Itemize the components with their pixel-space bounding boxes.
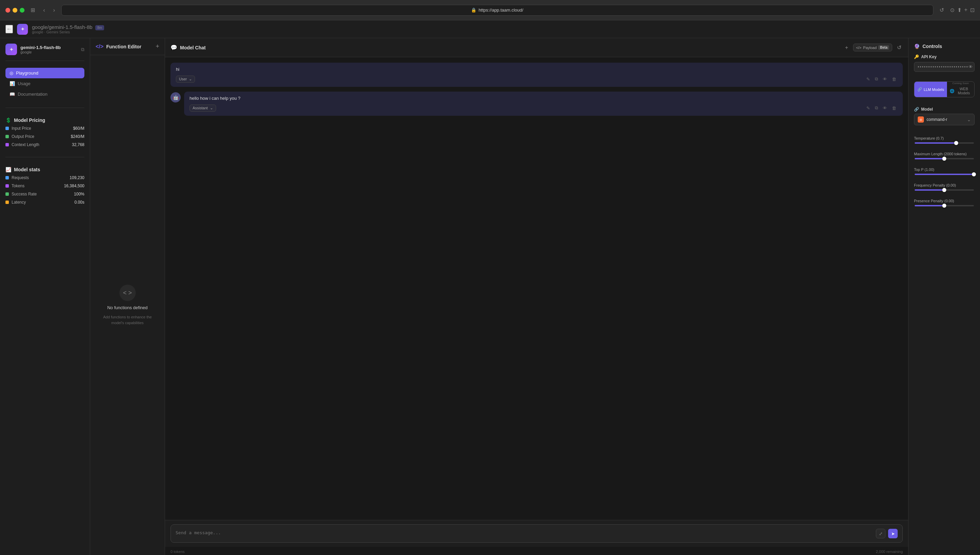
web-models-toggle[interactable]: 🌐 WEB Models [947, 85, 974, 97]
chat-input[interactable] [176, 530, 873, 538]
max-length-slider-section: Maximum Length (2000 tokens) [914, 152, 975, 159]
frequency-penalty-label: Frequency Penalty (0.00) [914, 183, 975, 187]
chat-footer-info: 0 tokens 2,000 remaining [165, 547, 908, 555]
payload-label: Payload [863, 46, 877, 50]
left-sidebar: ✦ gemini-1.5-flash-8b google ⧉ ◎ Playgro… [0, 38, 90, 555]
add-function-button[interactable]: + [155, 43, 159, 50]
top-p-fill [914, 174, 974, 175]
docs-icon: 📖 [10, 91, 15, 97]
controls-title: 🔮 Controls [914, 43, 975, 49]
copy-assistant-message-button[interactable]: ⧉ [874, 104, 879, 112]
controls-panel: 🔮 Controls 🔑 API Key •••••••••••••••••••… [908, 38, 980, 555]
usage-label: Usage [18, 81, 30, 86]
presence-penalty-slider[interactable] [914, 205, 974, 206]
chat-add-button[interactable]: + [844, 43, 849, 52]
sidebar-item-playground[interactable]: ◎ Playground [5, 68, 85, 78]
new-tab-icon[interactable]: + [964, 7, 967, 13]
main-layout: ✦ gemini-1.5-flash-8b google ⧉ ◎ Playgro… [0, 38, 980, 555]
reload-button[interactable]: ↺ [937, 5, 946, 14]
top-p-thumb[interactable] [972, 172, 976, 176]
minimize-button[interactable] [13, 8, 18, 13]
context-dot [5, 143, 9, 146]
chat-icon: 💬 [171, 44, 177, 51]
web-icon: 🌐 [950, 89, 954, 93]
code-icon: </> [96, 43, 104, 50]
requests-row: Requests 109,230 [5, 174, 85, 182]
payload-button[interactable]: </> Payload Beta [853, 43, 892, 51]
temperature-slider-section: Temperature (0.7) [914, 136, 975, 144]
llm-models-toggle[interactable]: 🔗 LLM Models [914, 82, 947, 97]
model-provider-label: google [21, 50, 61, 54]
sidebar-item-documentation[interactable]: 📖 Documentation [5, 89, 85, 99]
browser-chrome: ⊞ ‹ › 🔒 https://app.taam.cloud/ ↺ ⊙ ⬆ + … [0, 0, 980, 21]
back-app-button[interactable]: ← [5, 25, 13, 34]
context-value: 32,768 [72, 142, 85, 147]
close-button[interactable] [5, 8, 10, 13]
empty-code-icon: < > [120, 285, 136, 301]
presence-penalty-thumb[interactable] [942, 204, 946, 208]
model-toggle: 🔗 LLM Models Coming Soon 🌐 WEB Models [914, 81, 975, 97]
temperature-slider[interactable] [914, 142, 974, 144]
user-message-footer: User ⌄ ✎ ⧉ 👁 🗑 [176, 75, 897, 83]
max-length-slider[interactable] [914, 158, 974, 159]
model-name-text: gemini-1.5-flash-8b [49, 24, 92, 30]
api-key-input-row: •••••••••••••••••••••••• 👁 [914, 62, 975, 72]
delete-user-message-button[interactable]: 🗑 [891, 75, 897, 83]
download-icon[interactable]: ⊙ [950, 7, 954, 13]
model-selected-value: ⊕ command-r [918, 116, 947, 123]
copy-model-button[interactable]: ⧉ [81, 47, 85, 53]
share-icon[interactable]: ⬆ [957, 7, 962, 13]
toggle-api-key-visibility-button[interactable]: 👁 [969, 64, 973, 69]
copy-user-message-button[interactable]: ⧉ [874, 75, 879, 83]
back-browser-button[interactable]: ‹ [41, 6, 47, 14]
tokens-used-label: 0 tokens [171, 550, 185, 553]
app-logo: ✦ [17, 24, 28, 35]
user-role-text: User [179, 77, 187, 81]
payload-icon: </> [856, 46, 862, 50]
presence-penalty-fill [914, 205, 944, 206]
edit-assistant-message-button[interactable]: ✎ [865, 104, 871, 112]
success-dot [5, 192, 9, 196]
tabs-icon[interactable]: ⊡ [970, 7, 975, 13]
maximize-button[interactable] [20, 8, 24, 13]
model-select-dropdown[interactable]: ⊕ command-r ⌄ [914, 114, 975, 125]
api-key-dots: •••••••••••••••••••••••• [918, 65, 969, 69]
latency-label: Latency [11, 200, 26, 205]
web-models-label: WEB Models [956, 87, 972, 95]
eye-user-message-button[interactable]: 👁 [882, 75, 888, 83]
temperature-thumb[interactable] [954, 141, 958, 145]
latency-value: 0.00s [75, 200, 85, 205]
output-price-value: $240/M [71, 134, 85, 139]
api-key-label: 🔑 API Key [914, 55, 975, 59]
frequency-penalty-slider[interactable] [914, 189, 974, 191]
url-bar[interactable]: 🔒 https://app.taam.cloud/ [61, 5, 934, 16]
eye-assistant-message-button[interactable]: 👁 [882, 104, 888, 112]
forward-browser-button[interactable]: › [51, 6, 57, 14]
lock-icon: 🔒 [471, 8, 476, 13]
assistant-message-row: 🤖 hello how i can help you ? Assistant ⌄… [171, 91, 903, 116]
assistant-role-selector[interactable]: Assistant ⌄ [190, 104, 216, 112]
assistant-message-footer: Assistant ⌄ ✎ ⧉ 👁 🗑 [190, 104, 897, 112]
model-chevron-icon: ⌄ [967, 117, 971, 122]
assistant-role-chevron-icon: ⌄ [210, 106, 213, 110]
delete-assistant-message-button[interactable]: 🗑 [891, 104, 897, 112]
chat-refresh-button[interactable]: ↺ [895, 43, 903, 52]
sidebar-toggle-button[interactable]: ⊞ [29, 5, 37, 14]
model-select-section: 🔗 Model ⊕ command-r ⌄ [914, 107, 975, 131]
edit-user-message-button[interactable]: ✎ [865, 75, 871, 83]
frequency-penalty-thumb[interactable] [942, 188, 946, 192]
max-length-thumb[interactable] [942, 157, 946, 161]
browser-actions: ⊙ ⬆ + ⊡ [950, 7, 975, 13]
assistant-message-text: hello how i can help you ? [190, 96, 897, 101]
model-select-label: 🔗 Model [914, 107, 975, 112]
sidebar-item-usage[interactable]: 📊 Usage [5, 78, 85, 89]
model-chat-panel: 💬 Model Chat + </> Payload Beta ↺ hi [165, 38, 908, 555]
output-price-label: Output Price [11, 134, 34, 139]
user-role-selector[interactable]: User ⌄ [176, 75, 195, 83]
input-price-row: Input Price $60/M [5, 124, 85, 132]
app-header: ← ✦ google/gemini-1.5-flash-8b 8m google… [0, 21, 980, 38]
context-label: Context Length [11, 142, 39, 147]
expand-input-button[interactable]: ⤢ [876, 529, 886, 538]
send-message-button[interactable]: ➤ [888, 529, 898, 538]
top-p-slider[interactable] [914, 174, 974, 175]
